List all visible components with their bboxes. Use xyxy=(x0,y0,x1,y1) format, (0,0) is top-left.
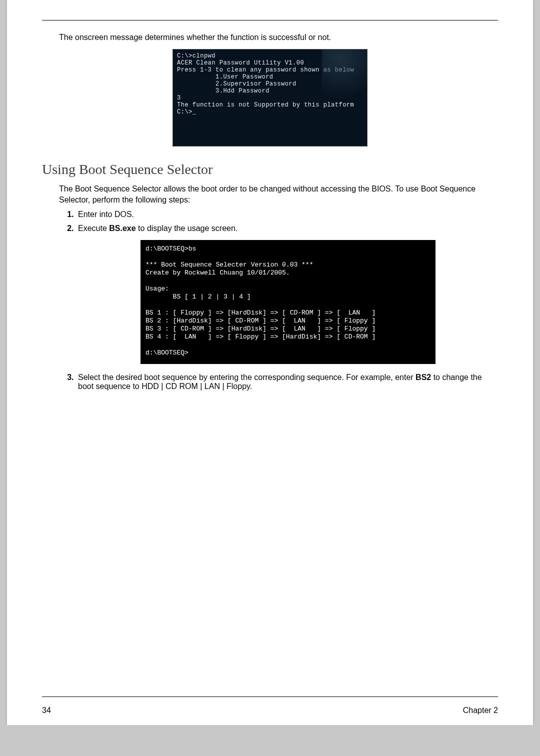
section-heading: Using Boot Sequence Selector xyxy=(42,162,498,178)
bios-screenshot: C:\>clnpwd ACER Clean Password Utility V… xyxy=(172,49,368,146)
intro-text: The onscreen message determines whether … xyxy=(59,33,498,42)
bios-line: C:\>_ xyxy=(177,108,363,116)
bios-line: The function is not Supported by this pl… xyxy=(177,102,363,108)
header-rule xyxy=(42,20,498,20)
step-text: Select the desired boot sequence by ente… xyxy=(78,373,416,382)
step-text: Enter into DOS. xyxy=(78,210,134,218)
step-text: to display the usage screen. xyxy=(136,224,238,232)
dos-screenshot-wrap: d:\BOOTSEQ>bs *** Boot Sequence Selecter… xyxy=(78,240,498,364)
footer-rule xyxy=(42,696,498,697)
step-text-bold: BS.exe xyxy=(109,224,136,232)
page: The onscreen message determines whether … xyxy=(7,0,533,725)
dos-line: BS 2 : [HardDisk] => [ CD-ROM ] => [ LAN… xyxy=(146,317,376,324)
step-item: Enter into DOS. xyxy=(76,210,498,219)
dos-line: Usage: xyxy=(146,285,169,292)
dos-line: BS 3 : [ CD-ROM ] => [HardDisk] => [ LAN… xyxy=(146,325,376,332)
dos-line: d:\BOOTSEQ>bs xyxy=(146,245,196,252)
dos-line: BS [ 1 | 2 | 3 | 4 ] xyxy=(146,293,251,300)
dos-line: *** Boot Sequence Selecter Version 0.03 … xyxy=(146,261,313,268)
page-footer: 34 Chapter 2 xyxy=(42,706,498,715)
steps-list: Enter into DOS. Execute BS.exe to displa… xyxy=(59,210,498,391)
dos-line: BS 1 : [ Floppy ] => [HardDisk] => [ CD-… xyxy=(146,309,376,316)
step-item: Execute BS.exe to display the usage scre… xyxy=(76,224,498,364)
glare-overlay xyxy=(322,49,368,100)
dos-screenshot: d:\BOOTSEQ>bs *** Boot Sequence Selecter… xyxy=(140,240,436,364)
chapter-label: Chapter 2 xyxy=(463,706,498,715)
step-text: Execute xyxy=(78,224,109,232)
step-item: Select the desired boot sequence by ente… xyxy=(76,373,498,391)
dos-line: Create by Rockwell Chuang 10/01/2005. xyxy=(146,269,290,276)
section-body: The Boot Sequence Selector allows the bo… xyxy=(59,184,498,205)
bios-screenshot-wrap: C:\>clnpwd ACER Clean Password Utility V… xyxy=(42,49,498,146)
dos-line: BS 4 : [ LAN ] => [ Floppy ] => [HardDis… xyxy=(146,333,376,340)
dos-line: d:\BOOTSEQ> xyxy=(146,349,188,356)
step-text-bold: BS2 xyxy=(416,373,431,382)
bios-text: Press 1-3 to clean any password shown xyxy=(177,66,324,74)
page-number: 34 xyxy=(42,706,51,715)
